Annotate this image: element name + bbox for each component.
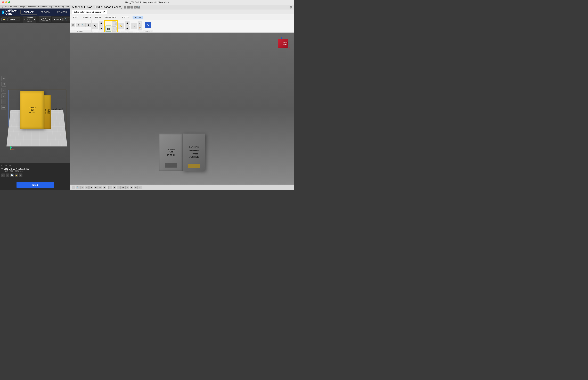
move-tool[interactable]: ✛ [1,76,6,81]
scale-tool[interactable]: ⤢ [1,99,6,104]
system-menubar: 🖨 File Edit View Settings Extensions Pre… [0,5,70,8]
trash-icon[interactable]: 🗑 [19,173,22,177]
inspect-icon-2[interactable]: ⬢ [125,21,130,25]
menu-settings[interactable]: Settings [18,6,25,8]
modify-icon-4[interactable]: ⚙ [86,23,91,27]
cube-icon[interactable]: ◧ [1,173,5,177]
material-selector[interactable]: ① Generic PLA 0.4 mm ▾ [23,16,37,23]
fusion-close-button[interactable]: ✕ [290,6,292,8]
construct-icon-4[interactable]: ⊕ [112,31,116,33]
modify-icon-3[interactable]: 🔧 [81,23,86,27]
origin-icon[interactable]: ⊕ [125,186,129,189]
traffic-lights[interactable] [2,1,10,3]
zoom-in-icon[interactable]: ⊕ [85,186,89,189]
printer-selector[interactable]: Ultimak... ▾ [7,18,20,21]
group-tool[interactable]: ⊞ [1,93,6,98]
cura-3d-viewport[interactable]: ultimaker2+ PLANETNOTPROFIT FASHIONBEA [0,23,70,163]
joint-icon[interactable]: ⚙ [121,186,125,189]
view-mode-icon[interactable]: ▣ [89,186,93,189]
slice-button[interactable]: Slice [17,182,54,188]
layer-icon[interactable]: ▤ [6,173,9,177]
settings-icon[interactable]: ⚙ [134,186,138,189]
menu-view[interactable]: View [13,6,17,8]
construct-icon-2[interactable]: ⬜ [112,21,116,26]
ribbon-mesh[interactable]: MESH [94,16,102,19]
undo-tool[interactable]: ↩ [1,88,6,92]
ribbon-solid[interactable]: SOLID [72,16,79,19]
modify-label[interactable]: MODIFY ▾ [70,30,91,32]
tab-prepare[interactable]: PREPARE [20,10,37,15]
model-side-face: FASHIONBEAUTYTRUTHJUSTICE [44,95,51,129]
menu-file[interactable]: File [4,6,7,8]
file-icon-item[interactable]: 📁 [1,18,7,21]
modify-icon-2[interactable]: ⟳ [76,23,80,27]
fusion-search[interactable]: 🔍 [137,6,140,8]
select-label[interactable]: SELECT ▾ [143,30,153,32]
ribbon-plastic[interactable]: PLASTIC [121,16,131,19]
insert-icon-2[interactable]: ⬡ [138,21,142,25]
inspect-icon-3[interactable]: ◉ [125,26,130,30]
cura-settings-toolbar: 📁 Ultimak... ▾ ① Generic PLA 0.4 mm ▾ ≡ … [0,16,70,23]
component-icon[interactable]: ⬢ [113,186,116,189]
sketch-icon[interactable]: ⬡ [117,186,121,189]
fusion-3d-viewport[interactable]: Z FRONT RIGHT X [70,33,294,185]
printer-chevron: ▾ [18,18,19,20]
fusion-refresh[interactable]: ↻ [134,6,137,8]
assemble-icon-main[interactable]: ⚙ [92,23,98,29]
maximize-button[interactable] [8,1,10,3]
fusion-nav-back[interactable]: ← [127,6,130,8]
file-icon[interactable]: 📄 [10,173,14,177]
construct-icon-3[interactable]: ⬡ [112,26,116,31]
zoom-out-icon[interactable]: ⊖ [80,186,84,189]
menu-preferences[interactable]: Preferences [37,6,47,8]
viewcube-right-label: RIGHT [284,43,288,45]
tab-monitor[interactable]: MONITOR [54,10,70,15]
display-mode-icon[interactable]: ◩ [94,186,97,189]
inspect-label[interactable]: INSPECT ▾ [117,31,130,33]
menu-extensions[interactable]: Extensions [27,6,36,8]
viewcube[interactable]: Z FRONT RIGHT X [277,36,291,50]
fusion-nav-fwd[interactable]: → [131,6,133,8]
expand-icon[interactable]: ⤢ [138,186,142,189]
menu-edit[interactable]: Edit [8,6,12,8]
object-list-header: ▴ Object list [1,164,69,166]
quality-selector[interactable]: ≡ Fine - 0.1mm ▾ [39,17,51,22]
object-list-item[interactable]: ✏ UM2_STL file XRcutlery holder [1,167,69,170]
fusion-tab-add[interactable]: + [124,6,126,8]
ribbon-sheet[interactable]: SHEET METAL [104,16,119,19]
construction-icon[interactable]: ◈ [130,186,133,189]
cura-topbar: U UltiMaker Cura PREPARE PREVIEW MONITOR… [0,8,70,16]
ribbon-surface[interactable]: SURFACE [81,16,92,19]
minimize-button[interactable] [5,1,7,3]
grid-icon[interactable]: ⊞ [98,186,102,189]
fusion-viewport-bg: Z FRONT RIGHT X [70,33,294,185]
ribbon-utilities[interactable]: UTILITIES [133,16,143,19]
modify-icon-1[interactable]: ⬡ [71,23,75,27]
close-button[interactable] [2,1,4,3]
select-icon-main[interactable]: ↖ [145,22,151,28]
home-view-icon[interactable]: ⌂ [72,186,75,189]
insert-icon-3[interactable]: 📋 [138,26,142,30]
cura-logo-icon: U [2,11,4,14]
tab-preview[interactable]: PREVIEW [37,10,54,15]
pencil-icon: ✏ [1,168,3,170]
mirror-tool[interactable]: ⟺ [1,105,6,110]
assemble-icon-2[interactable]: ⬢ [99,21,103,25]
inspect-icon-main[interactable]: 📐 [118,23,124,29]
zoom-fit-icon[interactable]: 🔍 [76,186,80,189]
select-tool[interactable]: ⬚ [1,82,6,87]
fusion-doc-tab[interactable]: dishes cutlery holder (v1~recovered)* [72,10,107,14]
assemble-icon-3[interactable]: ◈ [99,26,103,30]
insert-icon-main[interactable]: ⤵ [131,23,137,29]
assemble-label[interactable]: ASSEMBLE ▾ [92,31,104,33]
viewcube-face[interactable]: FRONT RIGHT [278,39,288,48]
body-icon[interactable]: ◧ [108,186,112,189]
folder-icon[interactable]: 📁 [15,173,18,177]
menu-help[interactable]: Help [49,6,52,8]
construct-icon-main[interactable]: ◧ [105,25,112,32]
more-icon[interactable]: ▾ [103,186,106,189]
insert-label[interactable]: INSERT ▾ [130,31,143,33]
infill-chevron: ▾ [60,18,61,20]
support-selector[interactable]: 🔧 Off ▾ [63,18,70,21]
infill-selector[interactable]: ◈ 20% ▾ [52,18,63,21]
